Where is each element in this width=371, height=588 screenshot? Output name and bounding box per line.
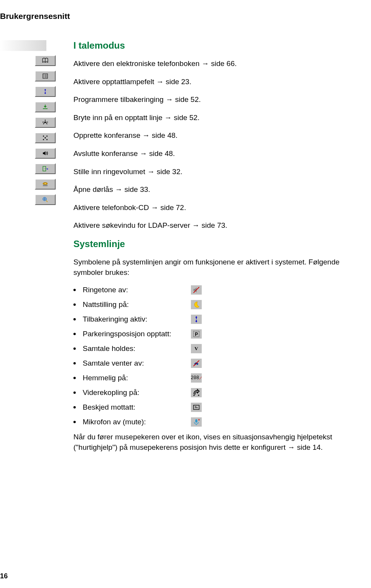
line-item: Aktivere telefonbok-CD → side 72.: [73, 203, 340, 213]
list-label: Ringetone av:: [83, 286, 191, 294]
list-icon: [42, 73, 49, 80]
list-item: Ringetone av:: [73, 285, 340, 295]
line-item: Bryte inn på en opptatt linje → side 52.: [73, 113, 340, 123]
list-label: Samtale venter av:: [83, 359, 191, 368]
break-in-button[interactable]: [35, 102, 56, 112]
ring-volume-button[interactable]: [35, 148, 56, 159]
line-item: Avslutte konferanse → side 48.: [73, 149, 340, 159]
phonebook-button[interactable]: [35, 55, 56, 66]
bullet-icon: [73, 318, 76, 320]
footer-text: Når du fører musepekeren over et ikon, v…: [73, 432, 340, 452]
up-down-arrow-icon: [42, 88, 49, 95]
list-label: Nattstilling på:: [83, 300, 191, 309]
line-item: Opprette konferanse → side 48.: [73, 130, 340, 141]
list-label: Parkeringsposisjon opptatt:: [83, 330, 191, 338]
svg-point-7: [43, 139, 44, 140]
bullet-icon: [73, 289, 76, 291]
svg-rect-10: [43, 166, 46, 171]
svg-point-11: [45, 168, 46, 169]
svg-text:P: P: [195, 332, 198, 337]
bullet-icon: [73, 391, 76, 394]
line-item: Stille inn ringevolumet → side 32.: [73, 167, 340, 177]
mute-icon: [191, 417, 202, 427]
list-item: Nattstilling på:: [73, 300, 340, 309]
door-key-icon: [42, 165, 49, 172]
cd-drive-icon: [42, 181, 49, 188]
svg-point-8: [46, 139, 48, 140]
svg-rect-9: [45, 137, 46, 139]
speaker-icon: [42, 150, 49, 157]
line-item: Programmere tilbakeringing → side 52.: [73, 95, 340, 105]
page-number: 16: [0, 572, 8, 580]
intro-text: Symbolene på systemlinjen angir om funks…: [73, 257, 340, 278]
svg-point-2: [46, 124, 47, 124]
secret-on-icon: 208̷: [191, 373, 202, 383]
forward-on-icon: [191, 388, 202, 397]
list-label: Viderekopling på:: [83, 388, 191, 397]
bullet-icon: [73, 362, 76, 364]
list-item: Hemmelig på: 208̷: [73, 373, 340, 383]
list-item: Mikrofon av (mute):: [73, 417, 340, 427]
section-title-talemodus: I talemodus: [73, 40, 340, 51]
bullet-icon: [73, 421, 76, 423]
create-conference-button[interactable]: [35, 117, 56, 128]
door-lock-button[interactable]: [35, 163, 56, 174]
svg-point-0: [45, 120, 46, 120]
callback-active-icon: [191, 315, 202, 324]
list-label: Beskjed mottatt:: [83, 403, 191, 412]
bullet-icon: [73, 333, 76, 335]
call-wait-off-icon: [191, 359, 202, 368]
bullet-icon: [73, 347, 76, 350]
bullet-icon: [73, 377, 76, 379]
svg-point-13: [45, 183, 46, 184]
open-book-icon: [42, 57, 49, 64]
line-item: Aktivere den elektroniske telefonboken →…: [73, 59, 340, 69]
line-item: Åpne dørlås → side 33.: [73, 185, 340, 195]
sidebar-gradient: [0, 40, 46, 51]
list-item: Tilbakeringing aktiv:: [73, 315, 340, 324]
busy-lamp-button[interactable]: [35, 71, 56, 81]
svg-point-6: [46, 136, 48, 137]
ldap-search-button[interactable]: [35, 194, 56, 205]
svg-point-4: [47, 122, 48, 122]
list-item: Viderekopling på:: [73, 388, 340, 397]
list-label: Mikrofon av (mute):: [83, 418, 191, 426]
page-header: Brukergrensesnitt: [0, 12, 348, 21]
section-title-systemlinje: Systemlinje: [73, 239, 340, 249]
list-item: Beskjed mottatt:: [73, 403, 340, 412]
list-label: Hemmelig på:: [83, 374, 191, 382]
sidebar: [0, 36, 73, 208]
svg-rect-19: [195, 419, 197, 423]
down-tray-icon: [42, 103, 49, 110]
parking-busy-icon: P: [191, 329, 202, 339]
night-mode-icon: [191, 300, 202, 309]
hold-icon: V: [191, 344, 202, 353]
line-item: Aktivere søkevindu for LDAP-server → sid…: [73, 220, 340, 231]
conference-out-icon: [42, 134, 49, 141]
list-item: Parkeringsposisjon opptatt: P: [73, 329, 340, 339]
phonebook-cd-button[interactable]: [35, 179, 56, 190]
ringtone-off-icon: [191, 285, 202, 295]
main-content: I talemodus Aktivere den elektroniske te…: [73, 36, 348, 452]
svg-point-1: [43, 124, 44, 124]
list-label: Tilbakeringing aktiv:: [83, 315, 191, 324]
bullet-icon: [73, 406, 76, 408]
line-item: Aktivere opptattlampefelt → side 23.: [73, 77, 340, 87]
list-item: Samtale venter av:: [73, 359, 340, 368]
symbol-list: Ringetone av: Nattstilling på: Tilbakeri…: [73, 285, 340, 427]
svg-point-3: [43, 122, 43, 122]
svg-point-5: [43, 136, 44, 137]
search-globe-icon: [42, 196, 49, 203]
svg-rect-18: [194, 405, 199, 410]
list-label: Samtale holdes:: [83, 344, 191, 353]
svg-rect-17: [198, 395, 199, 396]
list-item: Samtale holdes: V: [73, 344, 340, 353]
end-conference-button[interactable]: [35, 132, 56, 143]
svg-rect-16: [194, 395, 195, 396]
callback-button[interactable]: [35, 86, 56, 97]
conference-in-icon: [42, 119, 49, 126]
message-received-icon: [191, 403, 202, 412]
bullet-icon: [73, 303, 76, 306]
